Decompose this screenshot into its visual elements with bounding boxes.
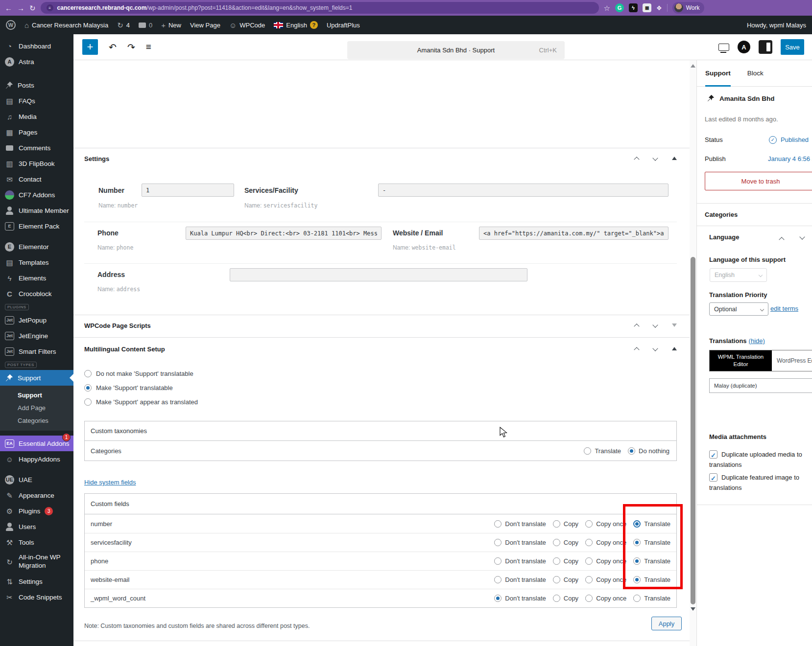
radio-icon[interactable] [494, 576, 502, 583]
save-button[interactable]: Save [781, 39, 804, 55]
sidebar-item-code-snippets[interactable]: ✂Code Snippets [0, 589, 73, 605]
sidebar-item-tools[interactable]: ⚒Tools [0, 534, 73, 550]
translate-option[interactable]: Translate [633, 520, 670, 528]
copy-once-option[interactable]: Copy once [585, 595, 626, 602]
publish-date-link[interactable]: January 4 6:56 am [768, 155, 812, 162]
duplicate-featured-option[interactable]: Duplicate featured image to translations [709, 472, 810, 493]
copy-once-option[interactable]: Copy once [585, 539, 626, 546]
move-up-icon[interactable] [634, 323, 639, 329]
sidebar-item-comments[interactable]: Comments [0, 140, 73, 156]
taxonomy-do-nothing-option[interactable]: Do nothing [628, 447, 669, 455]
sidebar-item-settings[interactable]: ⇅Settings [0, 574, 73, 589]
phone-field[interactable] [186, 227, 382, 240]
sidebar-item-jetengine[interactable]: JetJetEngine [0, 328, 73, 344]
checkbox-icon[interactable] [709, 450, 717, 459]
edit-terms-link[interactable]: edit terms [770, 305, 798, 312]
move-down-icon[interactable] [652, 322, 658, 327]
preview-device-icon[interactable] [718, 44, 729, 51]
copy-once-option[interactable]: Copy once [585, 576, 626, 583]
sidebar-item-appearance[interactable]: ✎Appearance [0, 487, 73, 503]
copy-option[interactable]: Copy [553, 595, 578, 602]
copy-once-option[interactable]: Copy once [585, 520, 626, 528]
radio-icon[interactable] [553, 557, 560, 565]
dont-translate-option[interactable]: Don't translate [494, 520, 546, 528]
content-scrollbar[interactable] [690, 60, 696, 646]
radio-icon[interactable] [84, 370, 92, 377]
lightning-extension-icon[interactable]: ϟ [629, 3, 638, 12]
taxonomy-translate-option[interactable]: Translate [584, 447, 621, 455]
block-inserter-button[interactable]: + [82, 39, 98, 55]
radio-icon[interactable] [585, 576, 593, 583]
radio-icon[interactable] [633, 557, 641, 565]
move-up-icon[interactable] [634, 157, 639, 162]
bookmark-star-icon[interactable]: ☆ [604, 4, 610, 12]
status-value[interactable]: ✓ Published [769, 136, 809, 144]
updates-menu[interactable]: ↻ 4 [117, 22, 130, 29]
radio-icon[interactable] [585, 595, 593, 602]
sidebar-item-posts[interactable]: Posts [0, 77, 73, 93]
dont-translate-option[interactable]: Don't translate [494, 557, 546, 565]
sidebar-item-faqs[interactable]: ▤FAQs [0, 93, 73, 109]
howdy-account-menu[interactable]: Howdy, wpml Malays [747, 22, 806, 29]
website-email-field[interactable] [479, 227, 669, 240]
sidebar-item-support[interactable]: Support [0, 370, 73, 386]
language-panel-header[interactable]: Language [709, 233, 812, 241]
wpml-editor-option[interactable]: WPML Translation Editor [710, 350, 772, 371]
sidebar-item-essential-addons[interactable]: EAEssential Addons1 [0, 436, 73, 451]
radio-icon[interactable] [633, 595, 641, 602]
sidebar-item-users[interactable]: Users [0, 519, 73, 534]
sidebar-item-media[interactable]: ♫Media [0, 109, 73, 124]
translatable-option[interactable]: Do not make 'Support' translatable [84, 370, 193, 377]
radio-icon[interactable] [84, 398, 92, 406]
translate-option[interactable]: Translate [633, 595, 670, 602]
translation-priority-select[interactable]: Optional [709, 302, 768, 316]
updraftplus-menu[interactable]: UpdraftPlus [327, 22, 360, 29]
undo-icon[interactable]: ↶ [109, 42, 117, 53]
radio-icon[interactable] [633, 520, 641, 528]
dont-translate-option[interactable]: Don't translate [494, 576, 546, 583]
settings-panel-toggle-icon[interactable] [759, 40, 772, 54]
number-field[interactable] [142, 184, 234, 197]
sidebar-item-3d-flipbook[interactable]: ▥3D FlipBook [0, 156, 73, 171]
collapse-toggle-icon[interactable] [672, 347, 677, 350]
sidebar-item-smart-filters[interactable]: JetSmart Filters [0, 344, 73, 359]
radio-icon[interactable] [584, 447, 591, 455]
wordpress-logo-icon[interactable]: W [6, 20, 16, 30]
radio-icon[interactable] [494, 520, 502, 528]
grammarly-extension-icon[interactable]: G [615, 3, 624, 12]
radio-icon[interactable] [553, 520, 560, 528]
copy-option[interactable]: Copy [553, 520, 578, 528]
address-field[interactable] [230, 268, 527, 281]
tab-support[interactable]: Support [705, 60, 731, 87]
wpcode-menu[interactable]: ☺ WPCode [229, 22, 265, 29]
tab-block[interactable]: Block [747, 60, 764, 87]
copy-option[interactable]: Copy [553, 539, 578, 546]
categories-panel-header[interactable]: Categories [705, 211, 812, 218]
browser-profile-chip[interactable]: Work [672, 2, 705, 14]
radio-icon[interactable] [494, 557, 502, 565]
radio-icon[interactable] [585, 557, 593, 565]
move-to-trash-button[interactable]: Move to trash [705, 172, 812, 190]
command-search-bar[interactable]: Amanita Sdn Bhd · Support Ctrl+K [347, 41, 565, 59]
radio-icon[interactable] [633, 576, 641, 583]
wordpress-editor-option[interactable]: WordPress Editor [772, 350, 812, 371]
radio-icon[interactable] [553, 539, 560, 546]
radio-icon[interactable] [553, 595, 560, 602]
astra-settings-icon[interactable]: A [738, 41, 750, 53]
servicesfacility-field[interactable] [378, 184, 669, 197]
sidebar-item-pages[interactable]: ▦Pages [0, 124, 73, 140]
address-bar[interactable]: ≡ cancerresearch.rebrand-qc.com/wp-admin… [41, 2, 599, 14]
sidebar-item-cf7-addons[interactable]: CF7 Addons [0, 187, 73, 203]
copy-option[interactable]: Copy [553, 576, 578, 583]
sidebar-item-jetpopup[interactable]: JetJetPopup [0, 312, 73, 328]
radio-icon[interactable] [628, 447, 635, 455]
sidebar-item-uae[interactable]: UEUAE [0, 472, 73, 487]
sidebar-item-elementor[interactable]: EElementor [0, 239, 73, 254]
sidebar-item-contact[interactable]: ✉Contact [0, 171, 73, 187]
translations-hide-link[interactable]: (hide) [749, 337, 765, 345]
view-page-menu[interactable]: View Page [190, 22, 220, 29]
submenu-item-add-page[interactable]: Add Page [0, 401, 73, 414]
translatable-option[interactable]: Make 'Support' translatable [84, 384, 173, 392]
back-icon[interactable]: ← [5, 4, 12, 12]
site-menu[interactable]: ⌂ Cancer Research Malaysia [24, 22, 108, 29]
